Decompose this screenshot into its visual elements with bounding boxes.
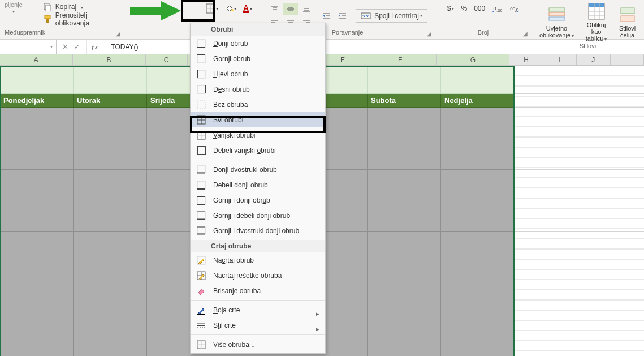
menu-item-bottom-double-border[interactable]: Donji dvostruki obrub [191,162,325,177]
svg-rect-47 [621,16,634,22]
font-color-button[interactable]: A ▾ [240,2,255,15]
menu-item-line-style[interactable]: Stil crte [191,318,325,333]
menu-item-outside-borders[interactable]: Vanjski obrubi [191,127,325,143]
col-header[interactable] [611,54,644,65]
day-header: Srijeda [147,94,189,108]
day-header [325,94,368,108]
menu-item-thick-outside-borders[interactable]: Debeli vanjski obrubi [191,143,325,158]
eraser-icon [196,286,206,296]
dropdown-section-header: Obrubi [191,23,325,36]
alignment-group-label: Poravnanje [332,29,364,38]
alignment-dialog-launcher[interactable]: ◢ [426,30,433,37]
number-group-label: Broj [478,29,489,38]
conditional-format-icon [548,6,566,24]
col-header[interactable]: J [577,54,610,65]
svg-rect-92 [197,166,205,173]
menu-item-thick-bottom-border[interactable]: Debeli donji obrub [191,177,325,192]
menu-item-left-border[interactable]: Lijevi obrub [191,66,325,82]
menu-item-more-borders[interactable]: Više obruba... [191,337,325,352]
decrease-decimal-button[interactable]: .00.0 [506,2,522,15]
paint-brush-icon [43,15,52,24]
border-all-icon [196,340,206,350]
align-bottom-button[interactable] [299,3,314,15]
svg-rect-91 [197,147,205,155]
border-top-doublebottom-icon [196,226,206,236]
svg-point-7 [231,9,234,11]
format-painter-button[interactable]: Prenositelj oblikovanja [41,14,119,25]
number-dialog-launcher[interactable]: ◢ [522,30,529,37]
clipboard-dialog-launcher[interactable]: ◢ [115,30,122,37]
border-right-icon [196,84,206,95]
format-as-table-button[interactable]: Oblikuj kao tablicu [578,1,614,42]
col-header[interactable]: C [146,54,188,65]
svg-rect-38 [549,12,565,16]
day-header: Ponedjeljak [0,94,74,108]
border-none-icon [196,100,206,110]
border-bottom-icon [196,38,206,49]
conditional-formatting-button[interactable]: Uvjetno oblikovanje [536,1,577,42]
svg-text:.00: .00 [496,8,502,12]
svg-rect-3 [46,19,49,23]
col-header[interactable]: I [543,54,577,65]
menu-item-draw-border-grid[interactable]: Nacrtaj rešetke obruba [191,268,325,283]
merge-icon [361,11,371,20]
col-header[interactable]: E [322,54,364,65]
border-grid-icon [206,3,215,14]
accounting-format-button[interactable]: $ [444,2,457,15]
col-header[interactable]: G [437,54,510,65]
col-header[interactable]: H [509,54,543,65]
svg-rect-76 [197,40,205,48]
svg-text:.0: .0 [492,6,496,11]
line-style-icon [196,320,206,331]
menu-item-bottom-border[interactable]: Donji obrub [191,36,325,51]
day-header: Subota [368,94,441,108]
menu-item-draw-border[interactable]: Nacrtaj obrub [191,252,325,268]
border-top-thickbottom-icon [196,211,206,221]
svg-rect-103 [197,227,205,234]
clipboard-group-label: Međuspremnik [5,29,45,38]
cell-styles-button[interactable]: Stilovi ćelija [615,1,639,42]
fx-label[interactable]: ƒx [87,40,102,54]
menu-item-top-border[interactable]: Gornji obrub [191,51,325,66]
col-header[interactable]: A [0,54,73,65]
menu-item-top-bottom-border[interactable]: Gornji i donji obrub [191,192,325,208]
col-header[interactable]: F [364,54,437,65]
svg-rect-95 [197,181,205,189]
menu-item-all-borders[interactable]: Svi obrubi [191,112,325,127]
menu-item-top-double-bottom-border[interactable]: Gornji i dvostruki donji obrub [191,223,325,238]
comma-format-button[interactable]: 000 [471,2,488,15]
border-thick-outside-icon [196,145,206,156]
fill-color-button[interactable]: ▾ [222,2,239,15]
accept-formula-icon[interactable]: ✓ [74,42,80,51]
svg-rect-82 [197,85,205,93]
border-outside-icon [196,130,206,140]
decrease-indent-button[interactable] [319,10,334,22]
border-bottom-double-icon [196,165,206,175]
increase-indent-button[interactable] [335,10,350,22]
menu-item-top-thick-bottom-border[interactable]: Gornji i debeli donji obrub [191,208,325,223]
copy-button[interactable]: Kopiraj [41,1,119,12]
increase-decimal-button[interactable]: .0.00 [489,2,505,15]
svg-rect-41 [589,3,604,7]
align-top-button[interactable] [267,3,282,15]
paste-partial-label: pljenje [5,1,23,8]
svg-rect-46 [621,8,634,14]
merge-center-button[interactable]: Spoji i centriraj [356,9,427,23]
svg-rect-39 [549,17,565,20]
menu-item-no-border[interactable]: Bez obruba [191,97,325,112]
table-icon [587,2,606,20]
percent-format-button[interactable]: % [458,2,470,15]
menu-item-erase-border[interactable]: Brisanje obruba [191,283,325,298]
day-header: Utorak [74,94,147,108]
name-box[interactable] [0,40,57,54]
borders-dropdown-menu: Obrubi Donji obrub Gornji obrub Lijevi o… [190,23,326,354]
col-header[interactable]: B [73,54,146,65]
menu-item-right-border[interactable]: Desni obrub [191,82,325,97]
menu-item-line-color[interactable]: Boja crte [191,302,325,318]
format-painter-label: Prenositelj oblikovanja [55,11,117,27]
pen-color-icon [196,305,206,315]
dropdown-section-header: Crtaj obrube [191,240,325,252]
align-middle-button[interactable] [283,3,298,15]
cancel-formula-icon[interactable]: ✕ [62,42,68,51]
borders-button[interactable]: ▾ [203,2,221,15]
